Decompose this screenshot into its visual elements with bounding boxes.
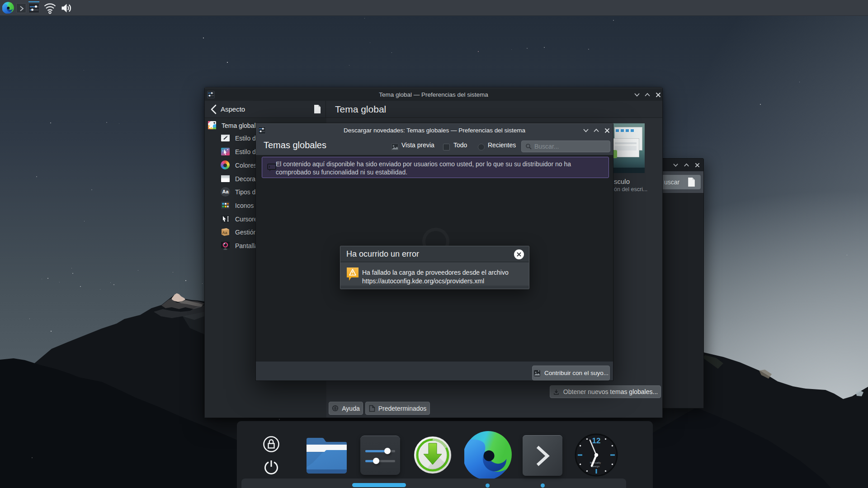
svg-text:12: 12	[592, 436, 601, 445]
svg-text:Manually: Manually	[590, 461, 601, 464]
svg-text:Aa: Aa	[222, 230, 227, 235]
